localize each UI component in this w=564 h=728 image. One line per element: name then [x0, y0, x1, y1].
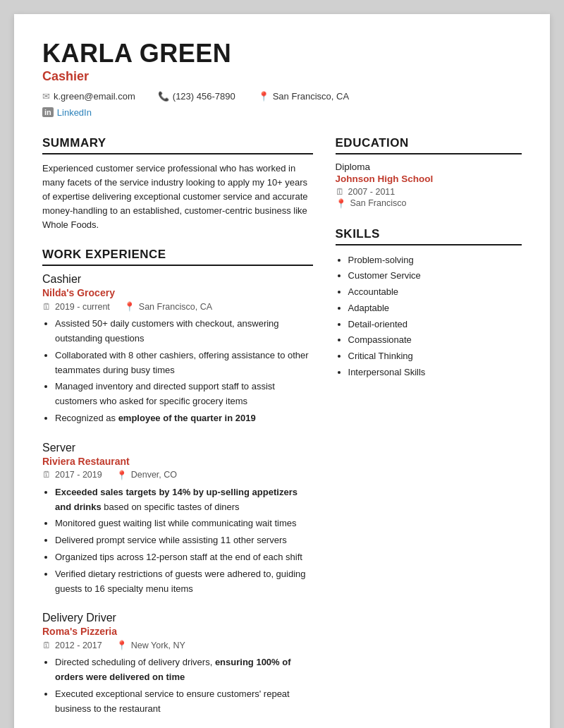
phone-item: 📞 (123) 456-7890	[158, 91, 235, 102]
job-years-server: 🗓 2017 - 2019	[42, 470, 102, 480]
job-meta-server: 🗓 2017 - 2019 📍 Denver, CO	[42, 470, 313, 480]
work-experience-section: WORK EXPERIENCE Cashier Nilda's Grocery …	[42, 248, 313, 716]
job-years-delivery: 🗓 2012 - 2017	[42, 641, 102, 650]
bullet: Recognized as employee of the quarter in…	[55, 411, 313, 426]
linkedin-link[interactable]: LinkedIn	[57, 107, 92, 118]
two-column-layout: SUMMARY Experienced customer service pro…	[42, 136, 522, 728]
skill-item: Adaptable	[348, 301, 522, 317]
job-cashier: Cashier Nilda's Grocery 🗓 2019 - current…	[42, 273, 313, 426]
email-icon: ✉	[42, 91, 50, 102]
location-icon-server: 📍	[116, 470, 128, 480]
summary-section: SUMMARY Experienced customer service pro…	[42, 136, 313, 233]
edu-city: San Francisco	[350, 198, 407, 208]
bullet: Directed scheduling of delivery drivers,…	[55, 655, 313, 685]
education-section: EDUCATION Diploma Johnson High School 🗓 …	[336, 136, 522, 209]
candidate-title: Cashier	[42, 69, 522, 84]
job-title-cashier: Cashier	[42, 273, 313, 286]
skills-section: SKILLS Problem-solving Customer Service …	[336, 227, 522, 381]
phone-icon: 📞	[158, 91, 169, 102]
linkedin-icon: in	[42, 107, 54, 117]
bullet: Monitored guest waiting list while commu…	[55, 516, 313, 531]
job-company-nilda: Nilda's Grocery	[42, 287, 313, 298]
email-value: k.green@email.com	[54, 91, 135, 102]
resume-page: KARLA GREEN Cashier ✉ k.green@email.com …	[14, 14, 550, 728]
edu-years-value: 2007 - 2011	[348, 187, 396, 197]
right-column: EDUCATION Diploma Johnson High School 🗓 …	[336, 136, 522, 728]
location-value: San Francisco, CA	[273, 91, 349, 102]
contact-row: ✉ k.green@email.com 📞 (123) 456-7890 📍 S…	[42, 91, 522, 104]
header: KARLA GREEN Cashier ✉ k.green@email.com …	[42, 40, 522, 121]
edu-years: 🗓 2007 - 2011	[336, 187, 522, 197]
summary-text: Experienced customer service professiona…	[42, 162, 313, 233]
job-location-cashier: 📍 San Francisco, CA	[124, 301, 212, 312]
skill-item: Problem-solving	[348, 253, 522, 269]
skills-title: SKILLS	[336, 227, 522, 245]
skill-item: Accountable	[348, 284, 522, 301]
job-location-delivery: 📍 New York, NY	[116, 640, 185, 650]
job-years-cashier: 🗓 2019 - current	[42, 302, 110, 312]
location-icon-cashier: 📍	[124, 301, 135, 312]
job-meta-cashier: 🗓 2019 - current 📍 San Francisco, CA	[42, 301, 313, 312]
work-experience-title: WORK EXPERIENCE	[42, 248, 313, 266]
candidate-name: KARLA GREEN	[42, 40, 522, 68]
bullet: Organized tips across 12-person staff at…	[55, 550, 313, 565]
calendar-icon-delivery: 🗓	[42, 641, 51, 650]
contact-row-2: in LinkedIn	[42, 107, 522, 121]
job-company-riviera: Riviera Restaurant	[42, 456, 313, 467]
bullet: Collaborated with 8 other cashiers, offe…	[55, 348, 313, 378]
job-server: Server Riviera Restaurant 🗓 2017 - 2019 …	[42, 442, 313, 597]
edu-degree: Diploma	[336, 162, 522, 172]
education-title: EDUCATION	[336, 136, 522, 154]
job-bullets-cashier: Assisted 50+ daily customers with checko…	[42, 317, 313, 426]
location-icon-delivery: 📍	[116, 640, 128, 650]
job-meta-delivery: 🗓 2012 - 2017 📍 New York, NY	[42, 640, 313, 650]
bullet: Managed inventory and directed support s…	[55, 380, 313, 409]
calendar-icon-server: 🗓	[42, 470, 51, 480]
skills-list: Problem-solving Customer Service Account…	[336, 253, 522, 381]
location-icon-edu: 📍	[336, 198, 347, 209]
bullet: Exceeded sales targets by 14% by up-sell…	[55, 485, 313, 515]
bullet: Delivered prompt service while assisting…	[55, 533, 313, 548]
skill-item: Detail-oriented	[348, 317, 522, 333]
job-title-server: Server	[42, 442, 313, 454]
job-delivery: Delivery Driver Roma's Pizzeria 🗓 2012 -…	[42, 612, 313, 716]
location-item: 📍 San Francisco, CA	[258, 91, 349, 102]
calendar-icon-edu: 🗓	[336, 187, 345, 197]
bullet: Executed exceptional service to ensure c…	[55, 687, 313, 717]
bullet: Verified dietary restrictions of guests …	[55, 567, 313, 597]
location-icon: 📍	[258, 91, 269, 102]
skill-item: Compassionate	[348, 332, 522, 348]
skill-item: Interpersonal Skills	[348, 365, 522, 381]
job-bullets-delivery: Directed scheduling of delivery drivers,…	[42, 655, 313, 716]
job-location-server: 📍 Denver, CO	[116, 470, 177, 480]
job-title-delivery: Delivery Driver	[42, 612, 313, 624]
calendar-icon: 🗓	[42, 302, 51, 312]
linkedin-item: in LinkedIn	[42, 107, 92, 118]
job-bullets-server: Exceeded sales targets by 14% by up-sell…	[42, 485, 313, 597]
skill-item: Critical Thinking	[348, 348, 522, 365]
email-item: ✉ k.green@email.com	[42, 91, 135, 102]
left-column: SUMMARY Experienced customer service pro…	[42, 136, 313, 728]
edu-school: Johnson High School	[336, 174, 522, 184]
summary-title: SUMMARY	[42, 136, 313, 154]
job-company-romas: Roma's Pizzeria	[42, 626, 313, 637]
skill-item: Customer Service	[348, 268, 522, 284]
edu-location: 📍 San Francisco	[336, 198, 522, 209]
bullet: Assisted 50+ daily customers with checko…	[55, 317, 313, 346]
phone-value: (123) 456-7890	[173, 91, 235, 102]
